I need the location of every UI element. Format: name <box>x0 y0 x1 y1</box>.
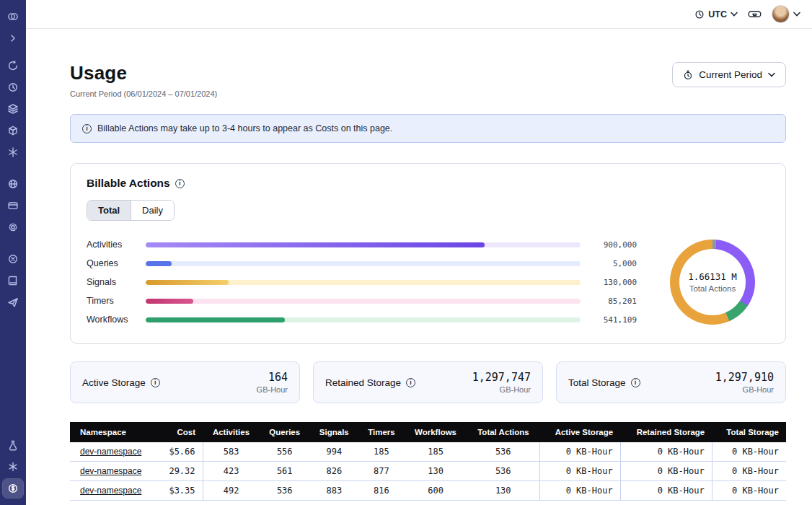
namespace-link[interactable]: dev-namespace <box>80 466 141 476</box>
cell-queries: 536 <box>260 481 310 501</box>
cell-cost: $3.35 <box>157 481 203 501</box>
cell-active-storage: 0 KB-Hour <box>540 462 620 481</box>
namespace-link[interactable]: dev-namespace <box>80 486 141 496</box>
cell-total-actions: 536 <box>467 462 540 481</box>
info-icon[interactable]: i <box>175 179 185 188</box>
cell-total-actions: 536 <box>467 442 540 462</box>
info-banner-text: Billable Actions may take up to 3-4 hour… <box>97 123 392 133</box>
storage-card-label: Retained Storage <box>325 377 401 388</box>
period-selector-button[interactable]: Current Period <box>672 62 786 87</box>
clock-icon <box>694 9 705 19</box>
bar-label: Signals <box>87 277 140 287</box>
info-icon[interactable]: i <box>631 378 640 387</box>
settings-gear-icon[interactable] <box>3 218 23 237</box>
tab-daily[interactable]: Daily <box>131 201 174 220</box>
cell-activities: 423 <box>203 462 260 481</box>
bar-value: 5,000 <box>591 259 637 268</box>
stopwatch-icon <box>683 70 693 80</box>
cell-signals: 826 <box>310 462 359 481</box>
cell-timers: 877 <box>358 462 405 481</box>
bar-label: Queries <box>87 258 140 268</box>
col-total-storage: Total Storage <box>712 422 786 442</box>
main-content: Usage Current Period (06/01/2024 – 07/01… <box>26 29 812 505</box>
period-selector-label: Current Period <box>699 69 762 80</box>
cell-retained-storage: 0 KB-Hour <box>620 462 712 481</box>
table-row: dev-namespace $5.66 583 556 994 185 185 … <box>70 442 786 462</box>
namespace-usage-table: Namespace Cost Activities Queries Signal… <box>70 422 786 501</box>
col-queries: Queries <box>260 422 310 442</box>
col-signals: Signals <box>310 422 359 442</box>
donut-chart: 1.66131 M Total Actions <box>670 240 755 325</box>
cloud-globe-icon[interactable] <box>3 175 23 193</box>
storage-card-label: Active Storage <box>82 377 146 388</box>
storage-card-label: Total Storage <box>568 377 626 388</box>
layers-icon[interactable] <box>3 100 23 118</box>
cell-retained-storage: 0 KB-Hour <box>620 481 712 501</box>
avatar[interactable] <box>772 5 790 23</box>
billable-actions-title: Billable Actions <box>87 177 170 190</box>
col-activities: Activities <box>203 422 260 442</box>
cell-timers: 185 <box>358 442 405 462</box>
billable-tabs: Total Daily <box>87 200 175 221</box>
total-actions-value: 1.66131 M <box>688 271 737 282</box>
bar-fill <box>146 317 285 322</box>
bar-track <box>146 280 581 285</box>
workflows-icon[interactable] <box>3 56 23 75</box>
cell-retained-storage: 0 KB-Hour <box>620 442 712 462</box>
cell-workflows: 130 <box>405 462 467 481</box>
cell-active-storage: 0 KB-Hour <box>540 481 620 501</box>
storage-card-value: 1,297,747 <box>472 371 531 384</box>
bar-fill <box>146 299 193 304</box>
theme-snowflake-icon[interactable] <box>3 457 23 476</box>
bar-track <box>146 261 581 266</box>
info-icon[interactable]: i <box>406 378 415 387</box>
retained-storage-card: Retained Storage i 1,297,747 GB-Hour <box>313 361 543 403</box>
billable-chart-area: Activities 900,000 Queries 5,000 Signals… <box>87 235 769 329</box>
logo-icon[interactable] <box>3 7 23 26</box>
cell-signals: 994 <box>310 442 359 462</box>
bar-row-timers: Timers 85,201 <box>87 291 637 310</box>
schedules-clock-icon[interactable] <box>3 78 23 97</box>
cell-active-storage: 0 KB-Hour <box>540 442 620 462</box>
topbar: UTC <box>26 0 812 29</box>
deployments-box-icon[interactable] <box>3 121 23 140</box>
timezone-selector[interactable]: UTC <box>694 9 738 19</box>
user-menu[interactable] <box>772 5 800 23</box>
tab-total[interactable]: Total <box>87 201 131 220</box>
bar-track <box>146 242 581 247</box>
billable-actions-card: Billable Actions i Total Daily Activitie… <box>70 163 786 344</box>
bar-row-signals: Signals 130,000 <box>87 273 637 291</box>
table-header-row: Namespace Cost Activities Queries Signal… <box>70 422 786 442</box>
cell-total-actions: 130 <box>467 481 540 501</box>
storage-summary-row: Active Storage i 164 GB-Hour Retained St… <box>70 361 786 403</box>
bar-label: Timers <box>87 296 140 306</box>
cell-queries: 556 <box>260 442 310 462</box>
cell-cost: 29.32 <box>157 462 203 481</box>
col-retained-storage: Retained Storage <box>620 422 712 442</box>
bar-label: Workflows <box>87 315 140 325</box>
experiments-flask-icon[interactable] <box>3 436 23 454</box>
labs-plane-icon[interactable] <box>3 293 23 312</box>
cell-workflows: 600 <box>405 481 467 501</box>
docs-book-icon[interactable] <box>3 271 23 290</box>
info-icon[interactable]: i <box>82 124 92 133</box>
bar-label: Activities <box>87 240 140 250</box>
goggles-icon[interactable] <box>748 9 762 19</box>
page-subtitle: Current Period (06/01/2024 – 07/01/2024) <box>70 89 217 98</box>
namespaces-asterisk-icon[interactable] <box>3 143 23 162</box>
usage-dollar-icon[interactable] <box>3 479 23 498</box>
donut-chart-wrap: 1.66131 M Total Actions <box>656 240 769 325</box>
storage-card-unit: GB-Hour <box>472 385 531 394</box>
cell-total-storage: 0 KB-Hour <box>712 442 786 462</box>
namespace-link[interactable]: dev-namespace <box>80 447 141 457</box>
col-namespace: Namespace <box>70 422 157 442</box>
collapse-chevron-icon[interactable] <box>3 29 23 48</box>
info-icon[interactable]: i <box>151 378 160 387</box>
col-cost: Cost <box>157 422 203 442</box>
storage-card-value: 1,297,910 <box>715 371 774 384</box>
support-x-circle-icon[interactable] <box>3 250 23 268</box>
cell-workflows: 185 <box>405 442 467 462</box>
billing-card-icon[interactable] <box>3 196 23 215</box>
cell-total-storage: 0 KB-Hour <box>712 481 786 501</box>
storage-card-unit: GB-Hour <box>257 385 288 394</box>
